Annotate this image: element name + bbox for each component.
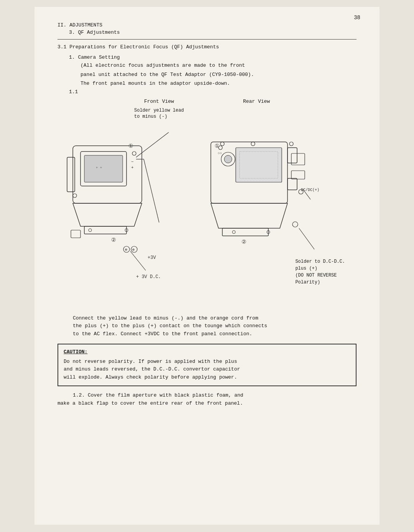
camera-setting-body-3: The front panel mounts in the adaptor up… (80, 80, 356, 87)
svg-text:+ 3V D.C.: + 3V D.C. (136, 274, 161, 280)
svg-rect-30 (236, 148, 282, 182)
camera-setting-label: 1. Camera Setting (69, 54, 356, 60)
svg-rect-1 (67, 157, 75, 192)
svg-rect-35 (291, 171, 305, 179)
svg-rect-6 (84, 226, 127, 234)
svg-text:+    +: + + (96, 166, 102, 170)
camera-setting-body-2: panel unit attached to the QF Test Adapt… (80, 71, 356, 79)
caution-body: Do not reverse polarity. If power is app… (64, 358, 350, 382)
page-number: 38 (354, 15, 360, 21)
svg-text:⊕: ⊕ (125, 248, 127, 252)
svg-point-22 (89, 229, 92, 232)
svg-marker-37 (211, 203, 288, 228)
divider (58, 39, 356, 40)
svg-text:②: ② (111, 237, 116, 243)
item-11: 1.1 (69, 89, 356, 95)
paragraph-1-line1: Connect the yellow lead to minus (-.) an… (73, 315, 356, 338)
svg-rect-17 (71, 230, 80, 238)
rear-view-label: Rear View (243, 99, 270, 104)
svg-text:⊕: ⊕ (132, 248, 135, 252)
svg-text:①: ① (215, 143, 220, 149)
front-view-label: Front View (144, 99, 174, 104)
caution-box: CAUTION: Do not reverse polarity. If pow… (58, 344, 356, 386)
diagram-labels: Front View Rear View (58, 99, 356, 104)
solder-dc-note: Solder to D.C-D.C. plus (+) (DO NOT REVE… (295, 258, 345, 286)
svg-point-8 (73, 194, 77, 198)
svg-line-19 (144, 159, 159, 222)
svg-text:①: ① (128, 143, 133, 149)
camera-setting-body-1: (All electronic focus adjustments are ma… (80, 62, 356, 69)
svg-text:+3V: +3V (148, 255, 156, 260)
section-title: 3.1 Preparations for Electronic Focus (Q… (58, 44, 356, 50)
last-para: 1.2. Cover the film aperture with black … (58, 392, 356, 408)
svg-text:+: + (131, 165, 134, 170)
svg-point-27 (220, 142, 224, 146)
svg-point-28 (251, 142, 255, 146)
svg-text:−: − (131, 160, 134, 164)
svg-line-20 (136, 132, 169, 157)
svg-line-44 (299, 228, 314, 249)
caution-title: CAUTION: (64, 348, 350, 356)
svg-point-33 (224, 155, 232, 163)
svg-rect-38 (222, 228, 268, 236)
svg-point-7 (132, 152, 136, 155)
diagram-area: Front View Rear View Solder yellow lead … (58, 99, 356, 307)
svg-point-45 (232, 231, 235, 234)
svg-point-29 (289, 142, 293, 146)
sub-header: 3. QF Adjustments (69, 30, 356, 35)
svg-rect-25 (288, 148, 297, 163)
svg-text:○○: ○○ (218, 152, 222, 155)
svg-rect-26 (288, 178, 297, 190)
section-header: II. ADJUSTMENTS (58, 22, 356, 28)
svg-line-21 (130, 251, 146, 270)
svg-text:②: ② (242, 239, 246, 245)
svg-point-43 (292, 222, 298, 227)
svg-rect-3 (84, 155, 123, 182)
svg-marker-5 (73, 203, 142, 226)
solder-yellow-note: Solder yellow lead to minus (-) (134, 107, 184, 120)
